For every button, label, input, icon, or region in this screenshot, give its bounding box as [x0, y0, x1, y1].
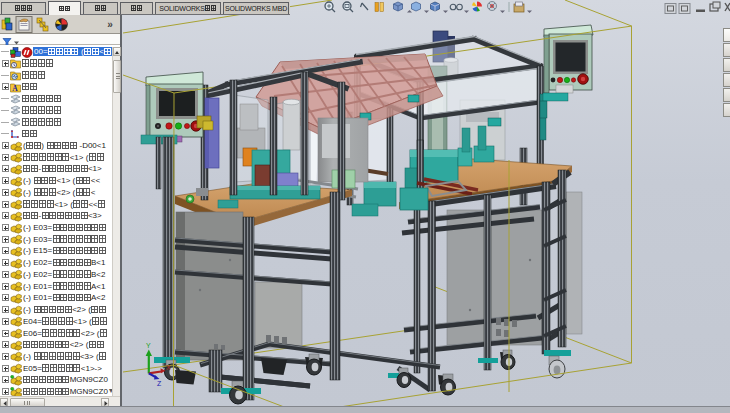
svg-text:Z: Z	[157, 380, 162, 387]
svg-text:»: »	[107, 19, 113, 30]
svg-text:A: A	[12, 84, 18, 93]
svg-text:Y: Y	[146, 342, 151, 349]
svg-text:X: X	[166, 364, 171, 371]
